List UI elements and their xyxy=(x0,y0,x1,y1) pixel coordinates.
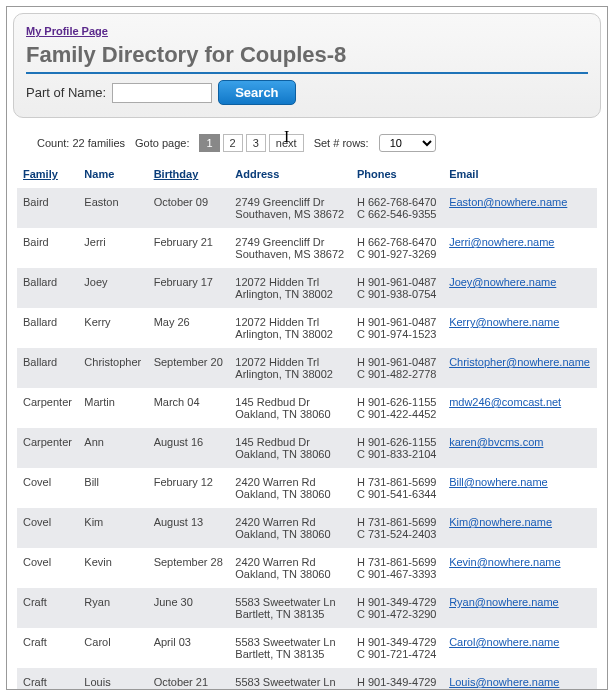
table-row: CovelBillFebruary 122420 Warren RdOaklan… xyxy=(17,468,597,508)
cell-email: Kim@nowhere.name xyxy=(443,508,597,548)
col-birthday[interactable]: Birthday xyxy=(148,160,230,188)
cell-birthday: September 28 xyxy=(148,548,230,588)
cell-name: Jerri xyxy=(78,228,147,268)
cell-email: Joey@nowhere.name xyxy=(443,268,597,308)
cell-name: Martin xyxy=(78,388,147,428)
pager: Count: 22 families Goto page: 1 2 3 next… xyxy=(37,134,607,152)
cell-address: 2749 Greencliff DrSouthaven, MS 38672 xyxy=(229,188,351,228)
cell-phones: H 662-768-6470C 662-546-9355 xyxy=(351,188,443,228)
page-next[interactable]: next xyxy=(269,134,304,152)
cell-name: Carol xyxy=(78,628,147,668)
table-row: CovelKevinSeptember 282420 Warren RdOakl… xyxy=(17,548,597,588)
cell-name: Ryan xyxy=(78,588,147,628)
cell-name: Christopher xyxy=(78,348,147,388)
cell-name: Joey xyxy=(78,268,147,308)
cell-family: Covel xyxy=(17,508,78,548)
cell-phones: H 901-349-4729C 870-821-8110 xyxy=(351,668,443,690)
table-row: CraftRyanJune 305583 Sweetwater LnBartle… xyxy=(17,588,597,628)
page-3[interactable]: 3 xyxy=(246,134,266,152)
cell-address: 12072 Hidden TrlArlington, TN 38002 xyxy=(229,348,351,388)
cell-name: Easton xyxy=(78,188,147,228)
email-link[interactable]: karen@bvcms.com xyxy=(449,436,543,448)
cell-email: mdw246@comcast.net xyxy=(443,388,597,428)
cell-birthday: August 16 xyxy=(148,428,230,468)
rows-select[interactable]: 10 xyxy=(379,134,436,152)
page-buttons: 1 2 3 next xyxy=(199,134,303,152)
table-row: BairdJerriFebruary 212749 Greencliff DrS… xyxy=(17,228,597,268)
cell-family: Baird xyxy=(17,188,78,228)
email-link[interactable]: Joey@nowhere.name xyxy=(449,276,556,288)
setrows-label: Set # rows: xyxy=(314,137,369,149)
email-link[interactable]: Christopher@nowhere.name xyxy=(449,356,590,368)
cell-birthday: October 09 xyxy=(148,188,230,228)
cell-address: 12072 Hidden TrlArlington, TN 38002 xyxy=(229,268,351,308)
cell-family: Covel xyxy=(17,468,78,508)
cell-name: Kevin xyxy=(78,548,147,588)
cell-email: Ryan@nowhere.name xyxy=(443,588,597,628)
cell-name: Bill xyxy=(78,468,147,508)
cell-phones: H 901-961-0487C 901-974-1523 xyxy=(351,308,443,348)
header-panel: My Profile Page Family Directory for Cou… xyxy=(13,13,601,118)
goto-label: Goto page: xyxy=(135,137,189,149)
table-row: CovelKimAugust 132420 Warren RdOakland, … xyxy=(17,508,597,548)
table-row: CarpenterMartinMarch 04145 Redbud DrOakl… xyxy=(17,388,597,428)
cell-phones: H 731-861-5699C 901-541-6344 xyxy=(351,468,443,508)
cell-phones: H 731-861-5699C 731-524-2403 xyxy=(351,508,443,548)
cell-address: 5583 Sweetwater LnBartlett, TN 38135 xyxy=(229,588,351,628)
cell-birthday: September 20 xyxy=(148,348,230,388)
cell-family: Craft xyxy=(17,668,78,690)
cell-address: 12072 Hidden TrlArlington, TN 38002 xyxy=(229,308,351,348)
profile-link[interactable]: My Profile Page xyxy=(26,25,108,37)
cell-birthday: April 03 xyxy=(148,628,230,668)
cell-family: Ballard xyxy=(17,268,78,308)
cell-family: Craft xyxy=(17,628,78,668)
cell-name: Kim xyxy=(78,508,147,548)
cell-family: Carpenter xyxy=(17,388,78,428)
table-row: BallardJoeyFebruary 1712072 Hidden TrlAr… xyxy=(17,268,597,308)
col-email: Email xyxy=(443,160,597,188)
table-row: BairdEastonOctober 092749 Greencliff DrS… xyxy=(17,188,597,228)
cell-email: Kevin@nowhere.name xyxy=(443,548,597,588)
cell-phones: H 901-626-1155C 901-833-2104 xyxy=(351,428,443,468)
email-link[interactable]: Jerri@nowhere.name xyxy=(449,236,554,248)
cell-address: 2420 Warren RdOakland, TN 38060 xyxy=(229,468,351,508)
cell-phones: H 901-349-4729C 901-472-3290 xyxy=(351,588,443,628)
email-link[interactable]: Kerry@nowhere.name xyxy=(449,316,559,328)
email-link[interactable]: Kim@nowhere.name xyxy=(449,516,552,528)
cell-phones: H 662-768-6470C 901-927-3269 xyxy=(351,228,443,268)
cell-address: 145 Redbud DrOakland, TN 38060 xyxy=(229,388,351,428)
email-link[interactable]: Bill@nowhere.name xyxy=(449,476,548,488)
cell-email: Bill@nowhere.name xyxy=(443,468,597,508)
cell-email: Christopher@nowhere.name xyxy=(443,348,597,388)
email-link[interactable]: Easton@nowhere.name xyxy=(449,196,567,208)
count-label: Count: 22 families xyxy=(37,137,125,149)
table-row: CarpenterAnnAugust 16145 Redbud DrOaklan… xyxy=(17,428,597,468)
cell-name: Ann xyxy=(78,428,147,468)
cell-family: Covel xyxy=(17,548,78,588)
cell-address: 5583 Sweetwater LnBartlett, TN 38135 xyxy=(229,628,351,668)
search-button[interactable]: Search xyxy=(218,80,295,105)
page-2[interactable]: 2 xyxy=(223,134,243,152)
col-address: Address xyxy=(229,160,351,188)
table-row: CraftLouisOctober 215583 Sweetwater LnBa… xyxy=(17,668,597,690)
email-link[interactable]: Carol@nowhere.name xyxy=(449,636,559,648)
cell-email: karen@bvcms.com xyxy=(443,428,597,468)
cell-phones: H 731-861-5699C 901-467-3393 xyxy=(351,548,443,588)
directory-table: Family Name Birthday Address Phones Emai… xyxy=(17,160,597,690)
email-link[interactable]: Louis@nowhere.name xyxy=(449,676,559,688)
page-1[interactable]: 1 xyxy=(199,134,219,152)
cell-birthday: February 17 xyxy=(148,268,230,308)
col-family[interactable]: Family xyxy=(17,160,78,188)
cell-name: Louis xyxy=(78,668,147,690)
cell-birthday: February 12 xyxy=(148,468,230,508)
cell-family: Craft xyxy=(17,588,78,628)
email-link[interactable]: mdw246@comcast.net xyxy=(449,396,561,408)
search-input[interactable] xyxy=(112,83,212,103)
cell-address: 5583 Sweetwater LnBartlett, TN 38135 xyxy=(229,668,351,690)
cell-email: Easton@nowhere.name xyxy=(443,188,597,228)
cell-birthday: May 26 xyxy=(148,308,230,348)
email-link[interactable]: Kevin@nowhere.name xyxy=(449,556,560,568)
cell-phones: H 901-626-1155C 901-422-4452 xyxy=(351,388,443,428)
email-link[interactable]: Ryan@nowhere.name xyxy=(449,596,559,608)
cell-email: Carol@nowhere.name xyxy=(443,628,597,668)
